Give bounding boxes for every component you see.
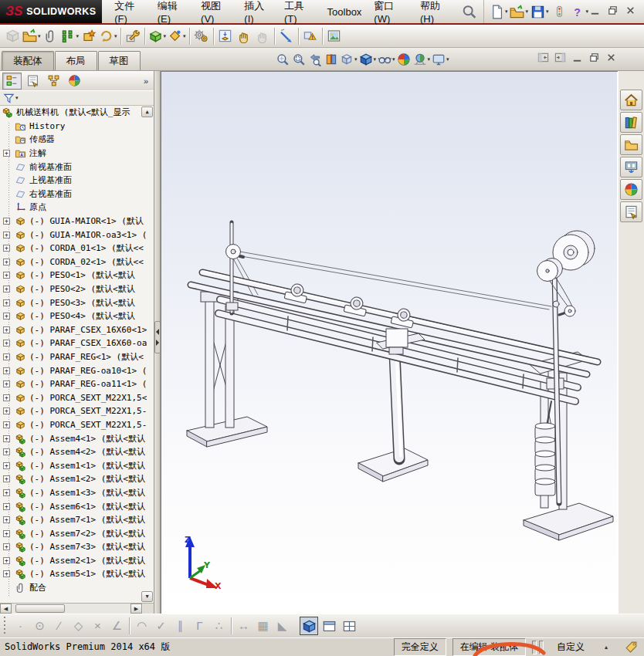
property-manager-tab-button[interactable] — [23, 73, 42, 90]
tree-expander[interactable]: + — [3, 421, 10, 428]
mate-button[interactable] — [42, 27, 60, 46]
menu-item[interactable]: 窗口(W) — [368, 0, 414, 29]
tree-item[interactable]: 上视基准面 — [0, 174, 154, 188]
no-external-references-button[interactable] — [253, 27, 272, 46]
display-manager-tab-button[interactable] — [65, 73, 84, 90]
filter-dropdown-icon[interactable]: ▾ — [15, 95, 19, 101]
linear-pattern-button[interactable]: ▾ — [60, 27, 80, 46]
tag-icon[interactable] — [625, 641, 638, 654]
tree-item[interactable]: +(-) Assem1<2> (默认<默认 — [0, 472, 154, 486]
tree-expander[interactable]: + — [3, 367, 10, 374]
tree-expander[interactable]: + — [3, 245, 10, 252]
model-3d[interactable] — [161, 71, 618, 614]
tree-item[interactable]: +(-) Assem2<1> (默认<默认 — [0, 554, 154, 568]
display-style-button[interactable]: ▾ — [358, 49, 378, 69]
view-settings-button[interactable]: ▾ — [431, 49, 450, 69]
tree-item[interactable]: +(-) CORDA_02<1> (默认<< — [0, 255, 154, 269]
tree-item[interactable]: +(-) Assem7<1> (默认<默认 — [0, 513, 154, 527]
circle-tool-button[interactable]: ⊙ — [30, 617, 49, 635]
tree-expander[interactable]: + — [3, 353, 10, 360]
tree-expander[interactable]: + — [3, 448, 10, 455]
menu-item[interactable]: 工具(T) — [278, 0, 321, 29]
custom-properties-button[interactable] — [620, 201, 642, 222]
tree-item[interactable]: +(-) Assem7<2> (默认<默认 — [0, 526, 154, 540]
tree-item[interactable]: +(-) PORCA_SEXT_M22X1,5- — [0, 418, 154, 432]
line-tool-button[interactable]: ∕ — [49, 617, 69, 635]
tree-item[interactable]: History — [0, 120, 154, 134]
pane-left-button[interactable] — [537, 52, 550, 66]
doc-close-button[interactable] — [605, 52, 618, 66]
dropdown-arrow-icon[interactable]: ▾ — [183, 33, 186, 39]
toolbar-drag-handle[interactable] — [2, 617, 8, 635]
tree-item[interactable]: +(-) PARAF_CSEX_16X60<1> — [0, 323, 154, 337]
tree-item[interactable]: +(-) Assem5<1> (默认<默认 — [0, 567, 154, 581]
menu-item[interactable]: 文件(F) — [108, 0, 151, 29]
section-view-button[interactable] — [323, 49, 339, 69]
doc-restore-button[interactable] — [588, 52, 601, 66]
tree-item[interactable]: +(-) Assem1<3> (默认<默认 — [0, 486, 154, 500]
file-explorer-button[interactable] — [620, 134, 642, 155]
dropdown-arrow-icon[interactable]: ▾ — [525, 8, 528, 15]
pane-right-button[interactable] — [554, 52, 567, 66]
tab-草图[interactable]: 草图 — [98, 51, 141, 70]
appearance-preview-button[interactable] — [325, 27, 344, 46]
menu-item[interactable]: 插入(I) — [238, 0, 278, 29]
edit-appearance-button[interactable] — [396, 49, 412, 69]
tree-expander[interactable]: + — [3, 475, 10, 482]
tab-装配体[interactable]: 装配体 — [2, 51, 54, 70]
hscroll-right-arrow[interactable]: ▶ — [130, 604, 142, 614]
open-folder-button[interactable]: ▾ — [22, 27, 42, 46]
instant3d-button[interactable] — [235, 27, 253, 46]
exploded-view-button[interactable] — [216, 27, 235, 46]
search-icon[interactable] — [461, 3, 477, 20]
open-folder-button[interactable]: ▾ — [509, 2, 529, 21]
tree-expander[interactable]: + — [3, 313, 10, 320]
menu-item[interactable]: Toolbox — [321, 2, 368, 22]
tree-item[interactable]: +(-) PARAF_REG-oa11<1> ( — [0, 377, 154, 391]
tree-expander[interactable]: + — [3, 570, 10, 577]
tree-item[interactable]: +(-) Assem1<1> (默认<默认 — [0, 458, 154, 472]
assembly-features-button[interactable]: ▾ — [147, 27, 168, 46]
menu-item[interactable]: 视图(V) — [195, 0, 238, 29]
dropdown-arrow-icon[interactable]: ▾ — [446, 56, 449, 63]
home-button[interactable] — [620, 90, 642, 110]
tree-expander[interactable]: + — [3, 543, 10, 550]
save-button[interactable]: ▾ — [530, 2, 550, 21]
tree-expander[interactable]: + — [3, 299, 10, 306]
tree-item[interactable]: 配合 — [0, 581, 154, 595]
title-doc-minimize-button[interactable] — [589, 5, 601, 19]
tree-expander[interactable]: + — [3, 394, 10, 401]
tree-item[interactable]: +(-) PARAF_CSEX_16X60-oa — [0, 336, 154, 350]
tree-expander[interactable]: + — [3, 286, 10, 292]
view-palette-button[interactable] — [620, 157, 642, 178]
previous-view-button[interactable] — [307, 49, 323, 69]
tree-item[interactable]: 原点 — [0, 201, 154, 215]
point-tool-button[interactable]: · — [11, 617, 30, 635]
graphics-viewport[interactable]: Z Y X — [161, 71, 618, 614]
tree-expander[interactable]: + — [3, 150, 10, 157]
rebuild-button[interactable] — [550, 2, 568, 21]
tree-item[interactable]: +(-) Assem7<3> (默认<默认 — [0, 540, 154, 554]
tree-item[interactable]: +(-) Assem4<1> (默认<默认 — [0, 431, 154, 445]
tree-item[interactable]: +(-) PARAF_REG-oa10<1> ( — [0, 364, 154, 377]
arc-tool-button[interactable]: ◠ — [132, 617, 151, 635]
tree-item[interactable]: +(-) PESO<1> (默认<默认 — [0, 269, 154, 282]
tree-expander[interactable]: + — [3, 326, 10, 333]
custom-status-dropdown[interactable]: 自定义 ▴ — [546, 641, 625, 654]
smart-fasteners-button[interactable] — [80, 27, 98, 46]
interference-detection-button[interactable]: ! — [301, 27, 320, 46]
dropdown-arrow-icon[interactable]: ▾ — [354, 56, 358, 63]
hscroll-left-arrow[interactable]: ◀ — [0, 604, 12, 614]
tree-item[interactable]: +A注解 — [0, 147, 154, 161]
title-doc-restore-button[interactable] — [607, 5, 619, 19]
dropdown-arrow-icon[interactable]: ▾ — [114, 33, 117, 39]
parallel-tool-button[interactable]: ∥ — [171, 617, 190, 635]
insert-component-button[interactable] — [3, 27, 22, 46]
tree-item[interactable]: +(-) PORCA_SEXT_M22X1,5< — [0, 391, 154, 404]
panel-more-chevron[interactable]: » — [144, 76, 151, 86]
dropdown-arrow-icon[interactable]: ▾ — [374, 56, 377, 63]
tree-expander[interactable]: + — [3, 503, 10, 510]
tree-expander[interactable]: + — [3, 340, 10, 347]
tree-item[interactable]: 右视基准面 — [0, 188, 154, 201]
tree-expander[interactable]: + — [3, 530, 10, 537]
